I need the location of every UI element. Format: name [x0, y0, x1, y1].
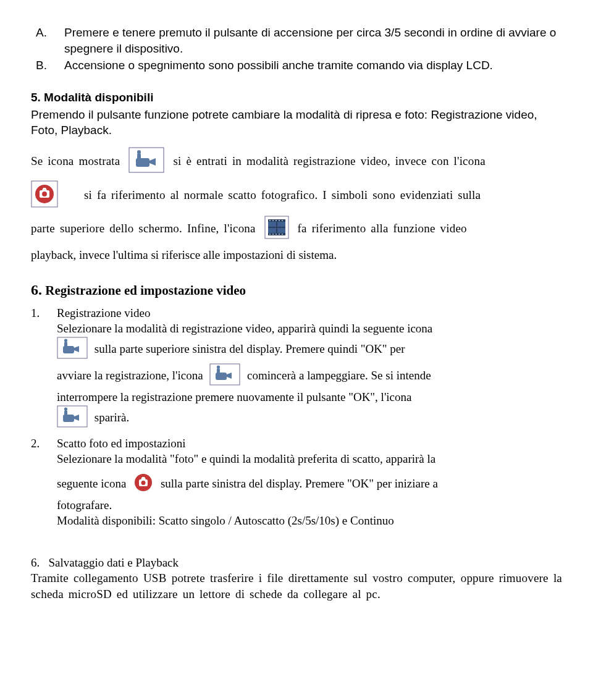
sec6b-marker: 6. — [31, 556, 40, 569]
sec6-item1: 1. Registrazione video Selezionare la mo… — [31, 305, 562, 432]
sec6-it2-l3b: sulla parte sinistra del display. Premer… — [161, 477, 438, 490]
sec6-it1-l4: avviare la registrazione, l'icona cominc… — [57, 363, 562, 390]
svg-rect-2 — [137, 153, 141, 159]
sec6-it2-l3a: seguente icona — [57, 477, 126, 490]
sec6-it1-l2: Selezionare la modalità di registrazione… — [57, 321, 562, 337]
sec5-line1: Se icona mostrata si è entrati in modali… — [31, 147, 562, 177]
sec6-num: 6. — [31, 282, 42, 298]
svg-rect-29 — [216, 373, 227, 380]
svg-rect-30 — [217, 368, 220, 374]
marker-b: B. — [31, 57, 64, 74]
list-item-b: B. Accensione o spegnimento sono possibi… — [31, 57, 562, 74]
camcorder-icon — [128, 147, 164, 177]
camcorder-small-icon-2 — [209, 363, 240, 390]
sec6-it2-marker: 2. — [31, 436, 57, 529]
svg-rect-1 — [136, 158, 149, 167]
svg-point-3 — [137, 150, 141, 154]
sec5-line4: playback, invece l'ultima si riferisce a… — [31, 247, 562, 263]
svg-point-38 — [141, 481, 146, 485]
svg-point-31 — [217, 365, 220, 368]
sec5-p3b: fa riferimento alla funzione video — [298, 222, 467, 235]
sec6-it2-l3: seguente icona sulla parte sinistra del … — [57, 472, 562, 497]
filmstrip-icon — [264, 216, 289, 243]
text-a: Premere e tenere premuto il pulsante di … — [64, 25, 562, 56]
sec6-it2-l5: Modalità disponibili: Scatto singolo / A… — [57, 513, 562, 529]
svg-rect-26 — [64, 342, 67, 347]
svg-point-7 — [42, 192, 47, 196]
camera-icon — [31, 180, 58, 212]
svg-rect-19 — [269, 234, 271, 235]
svg-rect-17 — [279, 220, 280, 221]
sec6-it2-l2: Selezionare la modalità "foto" e quindi … — [57, 451, 562, 467]
svg-rect-14 — [269, 220, 271, 221]
sec6-it2-l1: Scatto foto ed impostazioni — [57, 436, 562, 452]
sec6-it1-l4a: avviare la registrazione, l'icona — [57, 368, 203, 381]
svg-point-35 — [64, 407, 67, 410]
sec5-p1a: Se icona mostrata — [31, 154, 120, 167]
sec6-it2-l4: fotografare. — [57, 497, 562, 513]
list-item-a: A. Premere e tenere premuto il pulsante … — [31, 25, 562, 56]
svg-rect-20 — [272, 234, 274, 235]
sec6-it1-l6: sparirà. — [57, 405, 562, 432]
camcorder-small-icon — [57, 337, 88, 363]
sec6-it1-l3: sulla parte superiore sinistra del displ… — [57, 337, 562, 363]
svg-rect-15 — [272, 220, 274, 221]
svg-rect-21 — [275, 234, 277, 235]
sec6b-title: Salvataggio dati e Playback — [49, 556, 179, 569]
svg-rect-18 — [282, 220, 283, 221]
sec6-it1-l4b: comincerà a lampeggiare. Se si intende — [247, 368, 431, 381]
sec6-it1-l5: interrompere la registrazione premere nu… — [57, 389, 562, 405]
svg-point-27 — [64, 339, 67, 342]
sec5-p3a: parte superiore dello schermo. Infine, l… — [31, 222, 256, 235]
svg-rect-23 — [282, 234, 283, 235]
sec6b: 6. Salvataggio dati e Playback — [31, 555, 562, 571]
sec6-title-text: Registrazione ed impostazione video — [42, 283, 246, 298]
sec6-it1-l1: Registrazione video — [57, 305, 562, 321]
sec6-it1-l6t: sparirà. — [95, 411, 129, 424]
svg-rect-33 — [63, 415, 74, 422]
text-b: Accensione o spegnimento sono possibili … — [64, 57, 562, 74]
sec6-item2: 2. Scatto foto ed impostazioni Seleziona… — [31, 436, 562, 529]
camcorder-small-icon-3 — [57, 405, 88, 432]
sec5-p2a: si fa riferimento al normale scatto foto… — [84, 188, 481, 201]
svg-rect-34 — [64, 410, 67, 416]
marker-a: A. — [31, 25, 64, 56]
sec6-it1-marker: 1. — [31, 305, 57, 432]
camera-icon-2 — [133, 472, 154, 497]
sec5-title: 5. Modalità disponibili — [31, 90, 562, 106]
svg-rect-16 — [275, 220, 277, 221]
sec6b-body: Tramite collegamento USB potrete trasfer… — [31, 570, 562, 602]
svg-rect-25 — [63, 346, 74, 353]
sec5-p1b: si è entrati in modalità registrazione v… — [173, 154, 485, 167]
sec6-it1-l3a: sulla parte superiore sinistra del displ… — [95, 342, 405, 355]
sec5-line3: parte superiore dello schermo. Infine, l… — [31, 216, 562, 243]
sec6-title: 6. Registrazione ed impostazione video — [31, 280, 562, 300]
svg-rect-22 — [279, 234, 280, 235]
sec5-line2: si fa riferimento al normale scatto foto… — [31, 180, 562, 212]
sec5-intro: Premendo il pulsante funzione potrete ca… — [31, 107, 562, 138]
